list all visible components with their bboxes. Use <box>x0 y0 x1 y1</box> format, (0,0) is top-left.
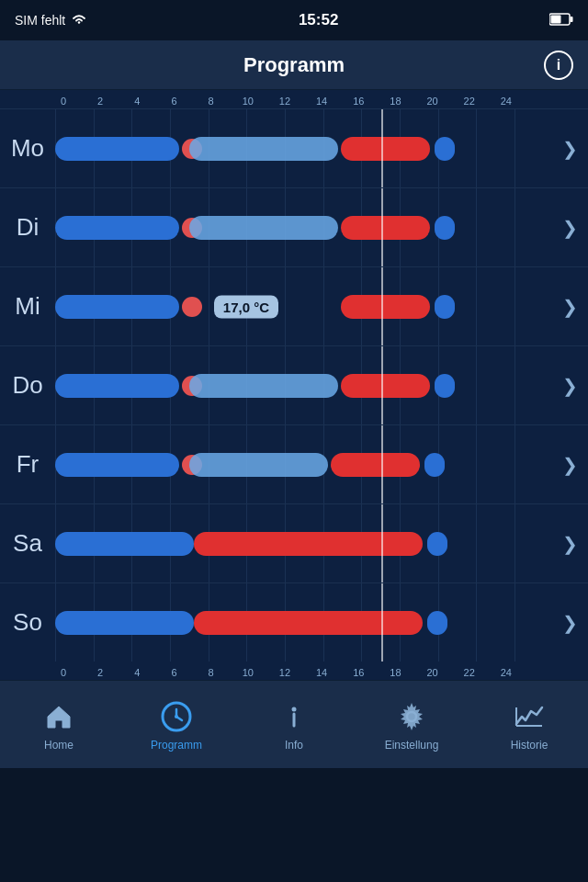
bar-blue-dark <box>435 295 455 319</box>
bar-blue-light <box>189 374 338 398</box>
wifi-icon <box>71 13 87 28</box>
grid-line <box>514 583 515 662</box>
axis-label: 10 <box>240 96 256 107</box>
axis-label: 4 <box>129 667 145 678</box>
bar-blue-dark <box>424 453 445 477</box>
axis-label: 20 <box>424 667 441 678</box>
day-bar-area[interactable]: 17,0 °C <box>55 267 551 345</box>
bar-blue-dark <box>55 137 179 161</box>
bar-dot-red <box>182 297 202 317</box>
home-icon <box>44 698 74 735</box>
header: Programm i <box>0 40 588 90</box>
day-label: Mo <box>0 134 55 163</box>
axis-label: 24 <box>498 96 514 107</box>
axis-label: 2 <box>92 667 108 678</box>
axis-label: 12 <box>277 96 293 107</box>
day-bar-area[interactable] <box>55 109 551 187</box>
page-title: Programm <box>243 53 345 77</box>
nav-item-einstellung[interactable]: Einstellung <box>366 698 458 752</box>
bar-blue-dark <box>55 611 194 635</box>
day-bar-area[interactable] <box>55 425 551 503</box>
day-row: Di❯ <box>0 187 588 266</box>
day-bar-area[interactable] <box>55 504 551 582</box>
info-button[interactable]: i <box>544 51 573 80</box>
programm-icon <box>160 698 193 735</box>
bar-red <box>194 611 422 635</box>
day-detail-chevron[interactable]: ❯ <box>551 612 588 634</box>
day-detail-chevron[interactable]: ❯ <box>551 533 588 555</box>
einstellung-icon <box>396 698 427 735</box>
day-detail-chevron[interactable]: ❯ <box>551 454 588 476</box>
nav-item-info[interactable]: Info <box>248 698 340 752</box>
day-bar-area[interactable] <box>55 188 551 266</box>
day-detail-chevron[interactable]: ❯ <box>551 296 588 318</box>
bar-blue-dark <box>435 137 455 161</box>
axis-label: 22 <box>461 96 478 107</box>
temperature-tooltip: 17,0 °C <box>214 295 278 318</box>
axis-label: 10 <box>240 667 256 678</box>
nav-label-info: Info <box>285 739 303 752</box>
top-axis: 024681012141618202224 <box>0 90 588 108</box>
day-row: Mi17,0 °C❯ <box>0 266 588 345</box>
day-label: So <box>0 608 55 637</box>
axis-label: 8 <box>203 667 220 678</box>
grid-line <box>323 267 324 345</box>
nav-label-programm: Programm <box>151 739 202 752</box>
info-icon <box>279 698 309 735</box>
grid-line <box>514 188 515 266</box>
nav-item-programm[interactable]: Programm <box>130 698 222 752</box>
nav-item-historie[interactable]: Historie <box>483 698 575 752</box>
bar-red <box>341 374 430 398</box>
bar-red <box>341 216 430 240</box>
historie-icon <box>514 698 544 735</box>
day-row: Fr❯ <box>0 424 588 503</box>
bar-blue-dark <box>435 374 455 398</box>
axis-label: 14 <box>313 667 330 678</box>
axis-label: 6 <box>165 96 182 107</box>
battery-icon <box>549 13 573 28</box>
bar-blue-light <box>189 453 328 477</box>
day-row: So❯ <box>0 582 588 662</box>
bar-blue-dark <box>55 532 194 556</box>
axis-label: 18 <box>387 667 403 678</box>
nav-label-home: Home <box>44 739 74 752</box>
grid-line <box>476 346 477 424</box>
bottom-axis: 024681012141618202224 <box>0 662 588 680</box>
bar-blue-light <box>189 216 338 240</box>
day-label: Do <box>0 371 55 400</box>
axis-label: 18 <box>387 96 403 107</box>
day-label: Sa <box>0 529 55 558</box>
bar-blue-dark <box>427 611 447 635</box>
axis-label: 4 <box>129 96 145 107</box>
bar-red <box>341 295 430 319</box>
bar-blue-dark <box>55 453 179 477</box>
grid-line <box>514 267 515 345</box>
chart-area: 024681012141618202224 Mo❯Di❯Mi17,0 °C❯Do… <box>0 90 588 680</box>
svg-rect-1 <box>570 17 572 22</box>
grid-line <box>476 188 477 266</box>
axis-label: 0 <box>55 667 72 678</box>
day-detail-chevron[interactable]: ❯ <box>551 138 588 160</box>
day-bar-area[interactable] <box>55 346 551 424</box>
grid-line <box>514 109 515 187</box>
grid-line <box>514 346 515 424</box>
grid-line <box>514 504 515 582</box>
grid-line <box>209 267 209 345</box>
bar-blue-light <box>189 137 338 161</box>
status-bar: SIM fehlt 15:52 <box>0 0 588 40</box>
bar-blue-dark <box>55 216 179 240</box>
svg-rect-2 <box>550 15 560 23</box>
grid-line <box>476 267 477 345</box>
axis-label: 0 <box>55 96 72 107</box>
grid-line <box>514 425 515 503</box>
nav-item-home[interactable]: Home <box>13 698 105 752</box>
svg-point-7 <box>292 707 297 711</box>
day-label: Fr <box>0 450 55 479</box>
svg-point-6 <box>175 715 178 718</box>
day-bar-area[interactable] <box>55 583 551 662</box>
status-right <box>549 13 573 28</box>
axis-label: 22 <box>461 667 478 678</box>
day-detail-chevron[interactable]: ❯ <box>551 217 588 239</box>
day-row: Sa❯ <box>0 503 588 582</box>
day-detail-chevron[interactable]: ❯ <box>551 375 588 397</box>
